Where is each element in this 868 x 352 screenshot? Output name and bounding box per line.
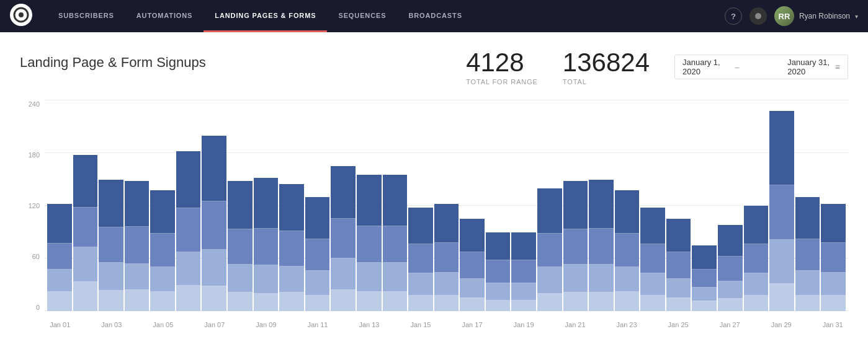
bar-segment: [47, 244, 72, 270]
nav-sequences[interactable]: Sequences: [327, 0, 397, 32]
bar-segment: [383, 263, 408, 292]
user-menu[interactable]: RR Ryan Robinson ▾: [774, 6, 858, 26]
bar-segment: [537, 234, 562, 267]
date-range-icon[interactable]: ≡: [835, 62, 840, 72]
bar-group: [305, 100, 330, 311]
bar-segment: [150, 234, 175, 267]
bar-segment: [279, 266, 304, 293]
bar[interactable]: [357, 175, 382, 311]
bar[interactable]: [99, 180, 123, 312]
bar[interactable]: [537, 188, 562, 311]
bar-group: [460, 100, 485, 311]
bar[interactable]: [821, 204, 846, 311]
bar-segment: [640, 208, 665, 244]
total-label: TOTAL: [563, 78, 650, 86]
bar-group: [408, 100, 433, 311]
bar-segment: [434, 243, 459, 273]
bar[interactable]: [460, 219, 485, 311]
logo[interactable]: [10, 4, 47, 29]
bar-group: [202, 100, 226, 311]
notification-dot: [755, 13, 761, 19]
bar[interactable]: [331, 166, 356, 311]
date-range-end: January 31, 2020: [787, 58, 835, 76]
bar[interactable]: [228, 181, 253, 311]
bar-segment: [73, 208, 98, 247]
bar-segment: [821, 204, 846, 242]
bar[interactable]: [47, 204, 72, 311]
bar-segment: [821, 243, 846, 273]
bar-segment: [666, 219, 691, 252]
date-range-start: January 1, 2020: [682, 58, 730, 76]
bar-segment: [486, 232, 511, 260]
bar-group: [718, 100, 743, 311]
bar-segment: [537, 267, 562, 293]
bar[interactable]: [640, 208, 665, 311]
x-label: Jan 15: [408, 321, 434, 328]
bar[interactable]: [666, 219, 691, 311]
bar[interactable]: [744, 206, 769, 311]
bar-segment: [47, 204, 72, 244]
bar[interactable]: [150, 190, 175, 312]
bar-segment: [718, 257, 743, 281]
bar[interactable]: [254, 178, 279, 311]
nav-broadcasts[interactable]: Broadcasts: [397, 0, 473, 32]
bar[interactable]: [125, 181, 150, 311]
bar-segment: [640, 296, 665, 311]
bar-segment: [228, 229, 253, 265]
date-range-separator: –: [735, 63, 783, 72]
bar-segment: [692, 301, 717, 311]
y-label: 120: [20, 202, 40, 209]
bar-segment: [125, 181, 150, 227]
bar[interactable]: [486, 232, 511, 312]
bar-segment: [744, 244, 769, 273]
bar-segment: [486, 301, 511, 311]
main-content: Landing Page & Form Signups 4128 TOTAL F…: [0, 32, 868, 336]
bar[interactable]: [434, 204, 459, 311]
bar-segment: [589, 293, 614, 311]
bar[interactable]: [589, 180, 614, 312]
bar[interactable]: [202, 136, 226, 311]
bar-segment: [589, 265, 614, 293]
bar[interactable]: [511, 232, 536, 312]
bar-segment: [279, 231, 304, 266]
bar-segment: [254, 294, 279, 311]
chevron-down-icon: ▾: [855, 13, 858, 20]
nav-automations[interactable]: Automations: [125, 0, 204, 32]
bar[interactable]: [176, 151, 201, 311]
nav-landing-pages[interactable]: Landing Pages & Forms: [204, 0, 327, 32]
bar[interactable]: [718, 225, 743, 311]
bar[interactable]: [279, 184, 304, 311]
bar[interactable]: [692, 245, 717, 311]
x-label: Jan 25: [665, 321, 691, 328]
bar-segment: [125, 264, 150, 290]
bar-group: [666, 100, 691, 311]
nav-subscribers[interactable]: Subscribers: [47, 0, 125, 32]
bar-group: [331, 100, 356, 311]
bar-segment: [408, 244, 433, 273]
bar-segment: [357, 263, 382, 292]
bar-group: [640, 100, 665, 311]
bar-group: [73, 100, 98, 311]
bar[interactable]: [73, 155, 98, 311]
bars-row: [45, 100, 848, 311]
bar[interactable]: [383, 175, 408, 311]
x-label: Jan 05: [150, 321, 176, 328]
bar[interactable]: [769, 111, 794, 311]
bar-segment: [718, 225, 743, 257]
bar-segment: [511, 260, 536, 283]
bar[interactable]: [305, 197, 330, 311]
bar-segment: [692, 245, 717, 270]
notification-button[interactable]: [749, 7, 767, 25]
bar[interactable]: [563, 181, 588, 311]
bar-segment: [666, 298, 691, 311]
bar[interactable]: [408, 208, 433, 311]
bar-segment: [202, 136, 226, 201]
help-button[interactable]: ?: [725, 7, 742, 25]
bar[interactable]: [795, 197, 820, 311]
stats: 4128 TOTAL FOR RANGE 136824 TOTAL: [466, 50, 650, 86]
range-label: TOTAL FOR RANGE: [466, 78, 538, 86]
bar-segment: [460, 279, 485, 298]
bar[interactable]: [615, 190, 640, 312]
date-range-picker[interactable]: January 1, 2020 – January 31, 2020 ≡: [674, 55, 848, 79]
bar-segment: [125, 290, 150, 311]
